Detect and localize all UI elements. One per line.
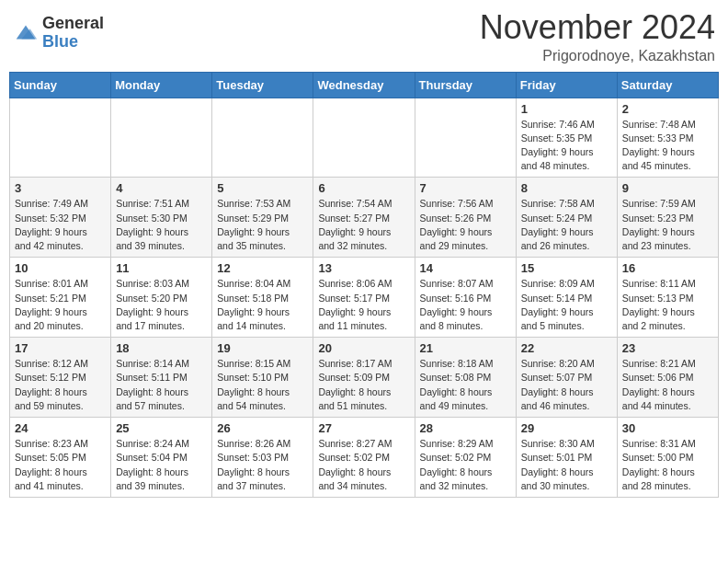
calendar-cell: 30Sunrise: 8:31 AMSunset: 5:00 PMDayligh… — [617, 418, 718, 498]
day-number: 11 — [116, 261, 207, 275]
title-area: November 2024 Prigorodnoye, Kazakhstan — [480, 9, 715, 64]
day-info: Sunrise: 8:27 AMSunset: 5:02 PMDaylight:… — [318, 437, 409, 493]
month-title: November 2024 — [480, 9, 715, 46]
day-info: Sunrise: 7:46 AMSunset: 5:35 PMDaylight:… — [521, 118, 612, 174]
calendar-table: SundayMondayTuesdayWednesdayThursdayFrid… — [9, 72, 719, 498]
day-info: Sunrise: 7:59 AMSunset: 5:23 PMDaylight:… — [622, 197, 713, 253]
day-number: 26 — [217, 421, 308, 435]
header-friday: Friday — [516, 72, 617, 98]
day-info: Sunrise: 8:11 AMSunset: 5:13 PMDaylight:… — [622, 277, 713, 333]
day-info: Sunrise: 8:20 AMSunset: 5:07 PMDaylight:… — [521, 357, 612, 413]
day-number: 29 — [521, 421, 612, 435]
day-info: Sunrise: 8:14 AMSunset: 5:11 PMDaylight:… — [116, 357, 207, 413]
calendar-cell: 20Sunrise: 8:17 AMSunset: 5:09 PMDayligh… — [313, 338, 415, 418]
day-info: Sunrise: 8:30 AMSunset: 5:01 PMDaylight:… — [521, 437, 612, 493]
day-number: 3 — [15, 181, 106, 195]
logo-general-label: General — [42, 15, 104, 33]
logo-icon — [13, 20, 39, 46]
day-number: 19 — [217, 341, 308, 355]
day-info: Sunrise: 7:48 AMSunset: 5:33 PMDaylight:… — [622, 118, 713, 174]
day-number: 7 — [420, 181, 511, 195]
calendar-cell: 7Sunrise: 7:56 AMSunset: 5:26 PMDaylight… — [415, 178, 516, 258]
day-info: Sunrise: 8:15 AMSunset: 5:10 PMDaylight:… — [217, 357, 308, 413]
day-info: Sunrise: 8:26 AMSunset: 5:03 PMDaylight:… — [217, 437, 308, 493]
calendar-week-row: 1Sunrise: 7:46 AMSunset: 5:35 PMDaylight… — [10, 98, 719, 178]
calendar-cell: 26Sunrise: 8:26 AMSunset: 5:03 PMDayligh… — [212, 418, 313, 498]
day-number: 6 — [318, 181, 409, 195]
calendar-cell — [415, 98, 516, 178]
calendar-cell — [111, 98, 212, 178]
day-info: Sunrise: 8:04 AMSunset: 5:18 PMDaylight:… — [217, 277, 308, 333]
day-number: 24 — [15, 421, 106, 435]
day-number: 17 — [15, 341, 106, 355]
logo-blue-label: Blue — [42, 33, 104, 52]
header: General Blue November 2024 Prigorodnoye,… — [9, 9, 719, 64]
day-info: Sunrise: 8:29 AMSunset: 5:02 PMDaylight:… — [420, 437, 511, 493]
calendar-cell: 27Sunrise: 8:27 AMSunset: 5:02 PMDayligh… — [313, 418, 415, 498]
day-info: Sunrise: 8:06 AMSunset: 5:17 PMDaylight:… — [318, 277, 409, 333]
day-number: 8 — [521, 181, 612, 195]
day-info: Sunrise: 8:09 AMSunset: 5:14 PMDaylight:… — [521, 277, 612, 333]
calendar-cell: 13Sunrise: 8:06 AMSunset: 5:17 PMDayligh… — [313, 258, 415, 338]
day-number: 15 — [521, 261, 612, 275]
day-info: Sunrise: 8:03 AMSunset: 5:20 PMDaylight:… — [116, 277, 207, 333]
day-info: Sunrise: 8:01 AMSunset: 5:21 PMDaylight:… — [15, 277, 106, 333]
day-info: Sunrise: 8:07 AMSunset: 5:16 PMDaylight:… — [420, 277, 511, 333]
calendar-cell: 22Sunrise: 8:20 AMSunset: 5:07 PMDayligh… — [516, 338, 617, 418]
calendar-cell: 21Sunrise: 8:18 AMSunset: 5:08 PMDayligh… — [415, 338, 516, 418]
day-number: 23 — [622, 341, 713, 355]
day-info: Sunrise: 7:56 AMSunset: 5:26 PMDaylight:… — [420, 197, 511, 253]
day-number: 28 — [420, 421, 511, 435]
calendar-cell: 19Sunrise: 8:15 AMSunset: 5:10 PMDayligh… — [212, 338, 313, 418]
day-number: 4 — [116, 181, 207, 195]
day-info: Sunrise: 8:17 AMSunset: 5:09 PMDaylight:… — [318, 357, 409, 413]
calendar-cell — [10, 98, 111, 178]
calendar-cell: 3Sunrise: 7:49 AMSunset: 5:32 PMDaylight… — [10, 178, 111, 258]
calendar-cell: 9Sunrise: 7:59 AMSunset: 5:23 PMDaylight… — [617, 178, 718, 258]
calendar-cell: 16Sunrise: 8:11 AMSunset: 5:13 PMDayligh… — [617, 258, 718, 338]
calendar-cell: 5Sunrise: 7:53 AMSunset: 5:29 PMDaylight… — [212, 178, 313, 258]
calendar-week-row: 3Sunrise: 7:49 AMSunset: 5:32 PMDaylight… — [10, 178, 719, 258]
calendar-cell — [313, 98, 415, 178]
calendar-cell: 2Sunrise: 7:48 AMSunset: 5:33 PMDaylight… — [617, 98, 718, 178]
header-sunday: Sunday — [10, 72, 111, 98]
header-thursday: Thursday — [415, 72, 516, 98]
calendar-week-row: 10Sunrise: 8:01 AMSunset: 5:21 PMDayligh… — [10, 258, 719, 338]
calendar-cell: 10Sunrise: 8:01 AMSunset: 5:21 PMDayligh… — [10, 258, 111, 338]
day-info: Sunrise: 7:51 AMSunset: 5:30 PMDaylight:… — [116, 197, 207, 253]
day-number: 25 — [116, 421, 207, 435]
day-info: Sunrise: 8:24 AMSunset: 5:04 PMDaylight:… — [116, 437, 207, 493]
calendar-header-row: SundayMondayTuesdayWednesdayThursdayFrid… — [10, 72, 719, 98]
calendar-week-row: 17Sunrise: 8:12 AMSunset: 5:12 PMDayligh… — [10, 338, 719, 418]
calendar-cell: 28Sunrise: 8:29 AMSunset: 5:02 PMDayligh… — [415, 418, 516, 498]
location-title: Prigorodnoye, Kazakhstan — [480, 48, 715, 64]
calendar-cell: 8Sunrise: 7:58 AMSunset: 5:24 PMDaylight… — [516, 178, 617, 258]
day-info: Sunrise: 7:54 AMSunset: 5:27 PMDaylight:… — [318, 197, 409, 253]
day-number: 30 — [622, 421, 713, 435]
day-number: 1 — [521, 102, 612, 116]
day-number: 10 — [15, 261, 106, 275]
day-info: Sunrise: 8:23 AMSunset: 5:05 PMDaylight:… — [15, 437, 106, 493]
calendar-cell: 12Sunrise: 8:04 AMSunset: 5:18 PMDayligh… — [212, 258, 313, 338]
day-info: Sunrise: 7:53 AMSunset: 5:29 PMDaylight:… — [217, 197, 308, 253]
day-number: 18 — [116, 341, 207, 355]
calendar-week-row: 24Sunrise: 8:23 AMSunset: 5:05 PMDayligh… — [10, 418, 719, 498]
header-wednesday: Wednesday — [313, 72, 415, 98]
day-number: 5 — [217, 181, 308, 195]
calendar-cell: 11Sunrise: 8:03 AMSunset: 5:20 PMDayligh… — [111, 258, 212, 338]
day-number: 21 — [420, 341, 511, 355]
day-info: Sunrise: 7:49 AMSunset: 5:32 PMDaylight:… — [15, 197, 106, 253]
logo: General Blue — [13, 15, 104, 52]
day-info: Sunrise: 8:18 AMSunset: 5:08 PMDaylight:… — [420, 357, 511, 413]
day-number: 9 — [622, 181, 713, 195]
day-info: Sunrise: 8:31 AMSunset: 5:00 PMDaylight:… — [622, 437, 713, 493]
header-saturday: Saturday — [617, 72, 718, 98]
calendar-cell — [212, 98, 313, 178]
calendar-cell: 15Sunrise: 8:09 AMSunset: 5:14 PMDayligh… — [516, 258, 617, 338]
calendar-cell: 24Sunrise: 8:23 AMSunset: 5:05 PMDayligh… — [10, 418, 111, 498]
header-tuesday: Tuesday — [212, 72, 313, 98]
day-number: 2 — [622, 102, 713, 116]
day-number: 22 — [521, 341, 612, 355]
day-number: 13 — [318, 261, 409, 275]
header-monday: Monday — [111, 72, 212, 98]
